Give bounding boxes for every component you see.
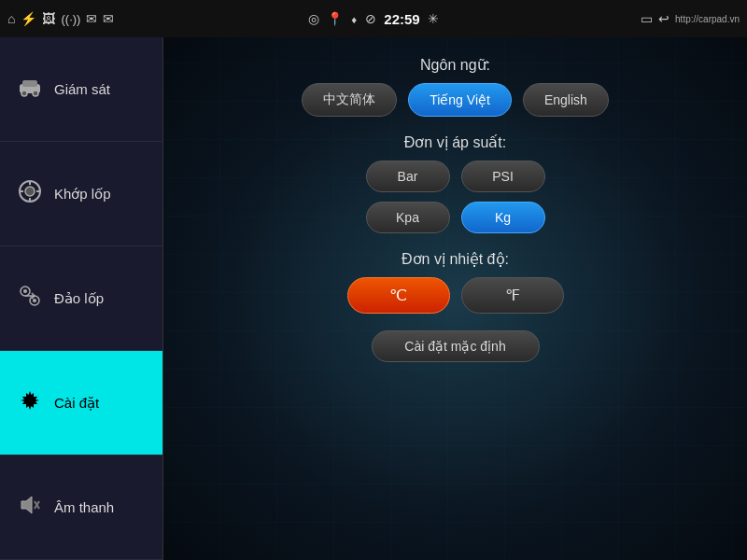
sidebar-label-cai-dat: Cài đặt (54, 395, 99, 412)
wifi-icon: ((·)) (61, 12, 80, 26)
clock: 22:59 (384, 11, 419, 27)
btn-bar[interactable]: Bar (366, 161, 450, 192)
svg-point-12 (23, 289, 27, 293)
language-options: 中文简体 Tiếng Việt English (302, 83, 609, 117)
temperature-options: ℃ ℉ (347, 277, 564, 314)
pin-icon: 📍 (327, 11, 343, 26)
gps-icon: ◎ (308, 11, 319, 26)
url-display: http://carpad.vn (675, 14, 740, 24)
sidebar-label-khop-lop: Khớp lốp (54, 186, 111, 203)
pressure-title: Đơn vị áp suất: (404, 133, 506, 151)
rotate-icon (17, 284, 43, 314)
svg-rect-1 (22, 80, 37, 87)
svg-point-13 (33, 299, 36, 302)
circle-icon: ⊘ (365, 11, 376, 26)
language-title: Ngôn ngữ: (420, 56, 490, 74)
lightning-icon: ⚡ (21, 11, 36, 26)
pressure-options-row2: Kpa Kg (366, 202, 545, 233)
btn-chinese[interactable]: 中文简体 (302, 83, 397, 117)
sidebar-item-cai-dat[interactable]: Cài đặt (0, 351, 162, 455)
content-area: Ngôn ngữ: 中文简体 Tiếng Việt English Đơn vị… (163, 37, 747, 560)
pressure-section: Đơn vị áp suất: Bar PSI Kpa Kg (191, 133, 719, 233)
btn-kpa[interactable]: Kpa (366, 202, 450, 233)
temperature-title: Đơn vị nhiệt độ: (402, 250, 509, 268)
svg-point-3 (33, 91, 38, 96)
tire-icon (17, 179, 43, 209)
bluetooth-icon: ⬧ (350, 11, 358, 26)
sidebar-label-giam-sat: Giám sát (54, 81, 110, 97)
battery-icon: ▭ (641, 11, 653, 26)
gear-icon (17, 388, 43, 418)
sidebar-item-dao-lop[interactable]: Đảo lốp (0, 246, 162, 351)
mail-icon: ✉ (86, 11, 97, 26)
svg-marker-15 (21, 497, 32, 513)
btn-fahrenheit[interactable]: ℉ (461, 277, 564, 314)
sidebar-item-khop-lop[interactable]: Khớp lốp (0, 142, 162, 246)
car-icon (17, 77, 43, 103)
message-icon: ✉ (103, 11, 114, 26)
btn-celsius[interactable]: ℃ (347, 277, 450, 314)
btn-vietnamese[interactable]: Tiếng Việt (408, 83, 512, 117)
svg-point-2 (21, 91, 27, 96)
brightness-icon[interactable]: ✳ (428, 11, 439, 26)
reset-row: Cài đặt mặc định (372, 330, 540, 362)
btn-kg[interactable]: Kg (461, 202, 545, 233)
back-icon[interactable]: ↩ (658, 11, 669, 26)
reset-button[interactable]: Cài đặt mặc định (372, 330, 540, 362)
home-icon[interactable]: ⌂ (7, 11, 15, 26)
btn-english[interactable]: English (523, 83, 609, 117)
language-section: Ngôn ngữ: 中文简体 Tiếng Việt English (191, 56, 719, 117)
pressure-options-row1: Bar PSI (366, 161, 545, 192)
sidebar-item-am-thanh[interactable]: Âm thanh (0, 455, 162, 560)
sidebar-label-am-thanh: Âm thanh (54, 499, 114, 515)
status-bar: ⌂ ⚡ 🖼 ((·)) ✉ ✉ ◎ 📍 ⬧ ⊘ 22:59 ✳ ▭ ↩ http… (0, 0, 747, 37)
svg-point-5 (25, 187, 35, 196)
sidebar-label-dao-lop: Đảo lốp (54, 290, 104, 307)
btn-psi[interactable]: PSI (461, 161, 545, 192)
sidebar-item-giam-sat[interactable]: Giám sát (0, 37, 162, 142)
reset-section: Cài đặt mặc định (191, 330, 719, 362)
temperature-section: Đơn vị nhiệt độ: ℃ ℉ (191, 250, 719, 314)
sound-icon (17, 493, 43, 523)
image-icon: 🖼 (42, 11, 55, 26)
sidebar: Giám sát Khớp lốp (0, 37, 163, 560)
main-layout: Giám sát Khớp lốp (0, 37, 747, 560)
